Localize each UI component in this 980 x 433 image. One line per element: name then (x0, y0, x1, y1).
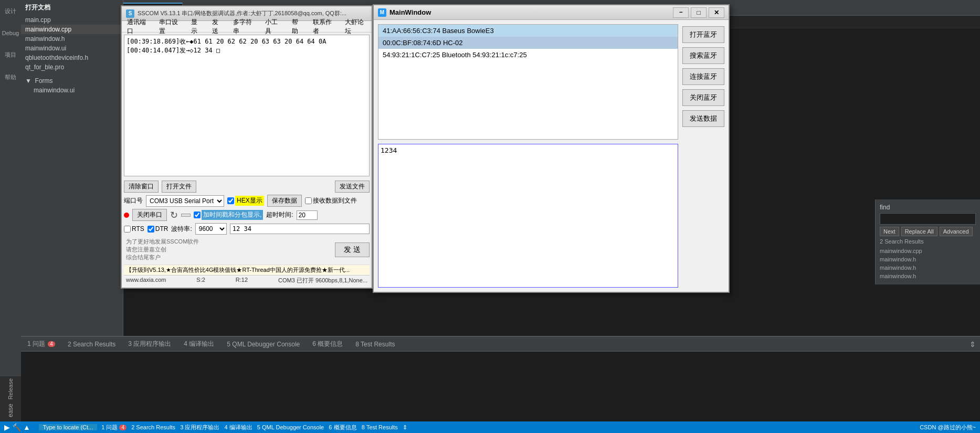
bt-device-list[interactable]: 41:AA:66:56:C3:74 Baseus BowieE3 00:0C:B… (378, 24, 678, 140)
sscom-add-time-checkbox[interactable]: 加时间戳和分包显示, (194, 210, 263, 220)
sscom-menu-comm[interactable]: 通讯端口 (124, 17, 152, 37)
bt-connect-btn[interactable]: 连接蓝牙 (682, 68, 724, 85)
status-run-controls: ▶ 🔨 ▲ (4, 423, 30, 431)
sscom-more-settings-btn[interactable] (181, 214, 191, 217)
sscom-port-select[interactable]: COM3 USB Serial Port (146, 195, 224, 207)
release-panel: Release (0, 376, 21, 402)
tab-search-results[interactable]: 2 Search Results (66, 339, 118, 350)
file-tree-panel: 打开文档 main.cpp mainwindow.cpp mainwindow.… (21, 0, 123, 336)
sscom-clear-btn[interactable]: 清除窗口 (124, 181, 159, 193)
tab-test-results[interactable]: 8 Test Results (353, 339, 397, 350)
file-qbluetoothdeviceinfo-h[interactable]: qbluetoothdeviceinfo.h (21, 53, 123, 62)
sscom-dtr-check[interactable] (147, 226, 154, 233)
ease-label: ease (7, 404, 14, 417)
sscom-add-time-label: 加时间戳和分包显示, (202, 210, 263, 220)
find-next-btn[interactable]: Next (880, 227, 899, 236)
replace-all-btn[interactable]: Replace All (901, 227, 937, 236)
bt-right-panel: 打开蓝牙 搜索蓝牙 连接蓝牙 关闭蓝牙 发送数据 (682, 24, 724, 288)
sscom-menu-send[interactable]: 发送 (209, 17, 226, 37)
sscom-content-area: [00:39:18.869]收←◆61 61 20 62 62 20 63 63… (124, 35, 370, 176)
sscom-menu-contact[interactable]: 联系作者 (310, 17, 338, 37)
sscom-save-recv-checkbox[interactable]: 接收数据到文件 (305, 196, 357, 205)
sscom-rts-checkbox[interactable]: RTS (124, 225, 144, 233)
sscom-close-port-btn[interactable]: 关闭串口 (132, 209, 167, 221)
sidebar-item-help[interactable]: 帮助 (3, 71, 18, 83)
bt-minimize-btn[interactable]: － (673, 7, 689, 18)
sscom-window: S SSCOM V5.13.1 串口/网络数据调试器,作者:大虾丁丁,26180… (121, 5, 373, 289)
bt-maximize-btn[interactable]: □ (691, 7, 707, 18)
sscom-menu-multistring[interactable]: 多字符串 (230, 17, 258, 37)
sscom-menu-display[interactable]: 显示 (188, 17, 205, 37)
sidebar-item-design[interactable]: 设计 (3, 5, 18, 17)
sscom-send-btn[interactable]: 发 送 (335, 242, 370, 257)
tab-qml-debugger[interactable]: 5 QML Debugger Console (225, 339, 302, 350)
sscom-refresh-icon[interactable]: ↻ (170, 209, 178, 221)
sidebar-item-debug[interactable]: Debug (0, 28, 21, 38)
deploy-icon[interactable]: ▲ (23, 423, 30, 431)
find-input[interactable] (880, 213, 976, 225)
find-result-4[interactable]: mainwindow.h (880, 272, 976, 280)
sscom-baud-select[interactable]: 9600 (195, 223, 227, 235)
bt-title-controls: － □ ✕ (673, 7, 724, 18)
sscom-send-input[interactable] (230, 224, 370, 234)
bt-open-btn[interactable]: 打开蓝牙 (682, 26, 724, 43)
tab-problems[interactable]: 1 问题 4 (25, 337, 57, 351)
sscom-statusbar: www.daxia.com S:2 R:12 COM3 已打开 9600bps,… (124, 275, 370, 286)
sscom-hex-checkbox[interactable]: HEX显示 (227, 196, 264, 206)
sscom-send-file-btn[interactable]: 发送文件 (335, 181, 370, 193)
bt-close-btn[interactable]: ✕ (709, 7, 724, 18)
bottom-panel: 1 问题 4 2 Search Results 3 应用程序输出 4 编译输出 … (21, 336, 980, 433)
sscom-dtr-checkbox[interactable]: DTR (147, 225, 168, 233)
bt-send-btn[interactable]: 发送数据 (682, 110, 724, 127)
forms-mainwindow-ui[interactable]: mainwindow.ui (21, 86, 123, 95)
sscom-rts-check[interactable] (124, 226, 131, 233)
search-box[interactable]: Type to locate (Ct... (39, 424, 97, 430)
find-advanced-btn[interactable]: Advanced (940, 227, 973, 236)
sscom-menu-serial-settings[interactable]: 串口设置 (156, 17, 184, 37)
bt-send-area[interactable]: 1234 (378, 144, 678, 288)
sidebar-item-project[interactable]: 项目 (3, 49, 18, 61)
file-main-cpp[interactable]: main.cpp (21, 15, 123, 25)
bt-device-item-3[interactable]: 54:93:21:1C:C7:25 Bluetooth 54:93:21:1c:… (378, 49, 678, 61)
find-label: find (880, 204, 976, 211)
find-result-3[interactable]: mainwindow.h (880, 263, 976, 272)
sscom-content-line-1: [00:39:18.869]收←◆61 61 20 62 62 20 63 63… (127, 37, 367, 46)
sscom-timeout-input[interactable] (297, 210, 318, 220)
run-icon[interactable]: ▶ (4, 423, 10, 431)
tab-compile-output[interactable]: 4 编译输出 (182, 337, 216, 351)
bt-device-item-2[interactable]: 00:0C:BF:08:74:6D HC-02 (378, 37, 678, 49)
find-result-header: 2 Search Results (880, 238, 976, 245)
file-mainwindow-ui[interactable]: mainwindow.ui (21, 44, 123, 53)
sscom-save-recv-check[interactable] (305, 197, 312, 204)
tab-summary[interactable]: 6 概要信息 (310, 337, 345, 351)
find-replace-panel: find Next Replace All Advanced 2 Search … (875, 199, 980, 284)
sscom-menubar: 通讯端口 串口设置 显示 发送 多字符串 小工具 帮助 联系作者 大虾论坛 (122, 21, 372, 33)
sscom-hex-check[interactable] (227, 197, 234, 204)
find-result-2[interactable]: mainwindow.h (880, 255, 976, 263)
find-result-1[interactable]: mainwindow.cpp (880, 247, 976, 255)
forms-folder[interactable]: ▼ Forms (21, 76, 123, 86)
build-icon[interactable]: 🔨 (12, 423, 21, 431)
file-mainwindow-h[interactable]: mainwindow.h (21, 34, 123, 44)
sscom-menu-tools[interactable]: 小工具 (262, 17, 284, 37)
sscom-open-file-btn[interactable]: 打开文件 (162, 181, 196, 193)
sscom-menu-forum[interactable]: 大虾论坛 (342, 17, 370, 37)
bt-device-item-1[interactable]: 41:AA:66:56:C3:74 Baseus BowieE3 (378, 25, 678, 37)
sscom-promo-row: 为了更好地发展SSCOM软件请您注册嘉立创综合结尾客户 发 送 (124, 237, 370, 262)
left-sidebar: 设计 Debug 项目 帮助 (0, 0, 21, 433)
tab-app-output[interactable]: 3 应用程序输出 (126, 337, 173, 351)
bottom-panel-arrow[interactable]: ⇕ (970, 340, 976, 348)
file-mainwindow-cpp[interactable]: mainwindow.cpp (21, 25, 123, 34)
sscom-promo-text: 为了更好地发展SSCOM软件请您注册嘉立创综合结尾客户 (124, 237, 201, 262)
sscom-hex-label: HEX显示 (235, 196, 264, 206)
bt-search-btn[interactable]: 搜索蓝牙 (682, 47, 724, 64)
bt-close-btn[interactable]: 关闭蓝牙 (682, 89, 724, 106)
sscom-red-indicator (124, 213, 129, 218)
sscom-add-time-check[interactable] (194, 212, 201, 218)
bt-titlebar: M MainWindow － □ ✕ (374, 5, 729, 20)
sscom-s-count: S:2 (196, 277, 205, 284)
sscom-save-data-btn[interactable]: 保存数据 (267, 195, 302, 207)
sscom-menu-help[interactable]: 帮助 (289, 17, 305, 37)
status-bar: ▶ 🔨 ▲ Type to locate (Ct... 1 问题 4 2 Sea… (0, 421, 980, 433)
file-qt-for-ble-pro[interactable]: qt_for_ble.pro (21, 62, 123, 72)
